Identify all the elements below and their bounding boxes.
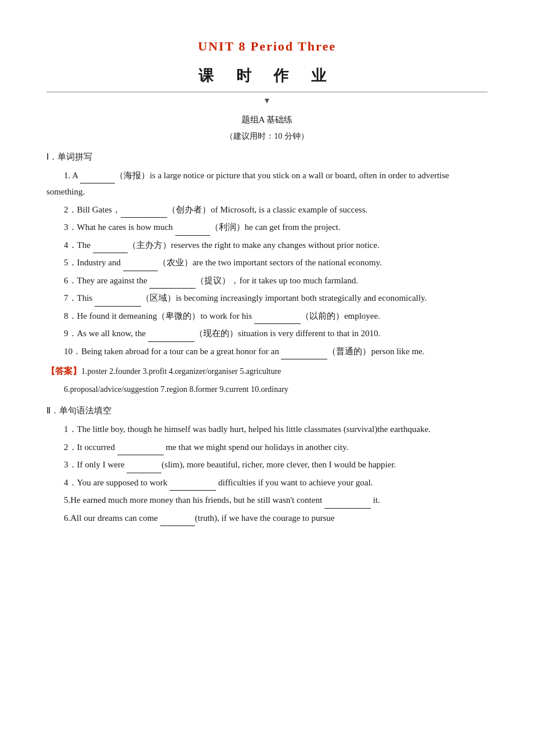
q7: 7．This （区域）is becoming increasingly impo… xyxy=(46,290,488,307)
blank-ii-6[interactable] xyxy=(160,517,195,526)
q8: 8．He found it demeaning（卑微的）to work for … xyxy=(46,308,488,325)
blank-ii-2[interactable] xyxy=(117,446,164,455)
blank-ii-4[interactable] xyxy=(169,481,216,491)
q9: 9．As we all know, the （现在的）situation is … xyxy=(46,325,488,342)
divider-line xyxy=(46,92,488,92)
subtitle-wrapper: 课 时 作 业 xyxy=(46,63,488,90)
section-ii-label: Ⅱ．单句语法填空 xyxy=(46,403,488,419)
ii-q2: 2．It occurred me that we might spend our… xyxy=(46,439,488,456)
q5: 5．Industry and （农业）are the two important… xyxy=(46,254,488,271)
section-i-label: Ⅰ．单词拼写 xyxy=(46,149,488,165)
answer-label: 答案 xyxy=(55,366,73,376)
ii-q1: 1．The little boy, though he himself was … xyxy=(46,421,488,438)
answers-block: 【答案】1.poster 2.founder 3.profit 4.organi… xyxy=(46,363,488,397)
blank-10[interactable] xyxy=(281,350,327,359)
answer-bracket-close: 】 xyxy=(73,366,81,376)
section-ii-wrapper: Ⅱ．单句语法填空 1．The little boy, though he him… xyxy=(46,403,488,526)
q10: 10．Being taken abroad for a tour can be … xyxy=(46,343,488,360)
blank-6[interactable] xyxy=(149,279,196,289)
blank-7[interactable] xyxy=(95,297,141,307)
arrow-icon: ▼ xyxy=(46,93,488,108)
blank-ii-3[interactable] xyxy=(127,464,161,473)
time-hint: （建议用时：10 分钟） xyxy=(46,129,488,143)
ii-q3: 3．If only I were (slim), more beautiful,… xyxy=(46,456,488,473)
ii-q4: 4．You are supposed to work difficulties … xyxy=(46,474,488,491)
blank-1[interactable] xyxy=(80,174,115,183)
q2: 2．Bill Gates，（创办者）of Microsoft, is a cla… xyxy=(46,201,488,218)
answer-line-2: 6.proposal/advice/suggestion 7.region 8.… xyxy=(64,385,288,394)
blank-8[interactable] xyxy=(254,315,301,324)
subtitle: 课 时 作 业 xyxy=(199,67,335,84)
answer-line-1: 1.poster 2.founder 3.profit 4.organizer/… xyxy=(81,367,281,376)
q6: 6．They are against the （提议），for it takes… xyxy=(46,272,488,289)
blank-5[interactable] xyxy=(123,262,158,271)
q1: 1. A （海报）is a large notice or picture th… xyxy=(46,167,488,200)
blank-2[interactable] xyxy=(121,208,167,218)
ii-q6: 6.All our dreams can come (truth), if we… xyxy=(46,510,488,527)
q3: 3．What he cares is how much （利润）he can g… xyxy=(46,219,488,236)
blank-ii-5[interactable] xyxy=(324,499,371,509)
answer-bracket-open: 【 xyxy=(46,366,55,376)
main-title: UNIT 8 Period Three xyxy=(46,35,488,58)
blank-3[interactable] xyxy=(175,226,210,236)
blank-9[interactable] xyxy=(148,333,194,342)
ii-q5: 5.He earned much more money than his fri… xyxy=(46,492,488,509)
section-a-label: 题组A 基础练 xyxy=(46,112,488,128)
blank-4[interactable] xyxy=(93,244,128,253)
q4: 4．The （主办方）reserves the right to make an… xyxy=(46,237,488,254)
